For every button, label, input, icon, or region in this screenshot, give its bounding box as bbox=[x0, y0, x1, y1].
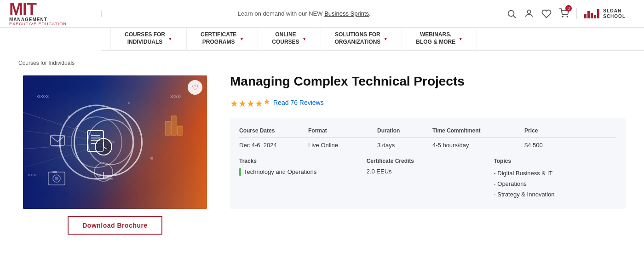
reviews-link[interactable]: Read 76 Reviews bbox=[273, 99, 324, 106]
svg-text:»»»: »»» bbox=[28, 172, 37, 178]
nav-item-courses-individuals[interactable]: COURSES FORINDIVIDUALS ▼ bbox=[110, 28, 187, 50]
announcement-text: Learn on demand with our NEW bbox=[238, 10, 325, 17]
course-image: ««« »»» »»» ♡ bbox=[23, 75, 207, 209]
topics-col: Topics - Digital Business & IT - Operati… bbox=[494, 158, 616, 200]
col-header-format: Format bbox=[308, 127, 377, 134]
svg-rect-25 bbox=[166, 121, 170, 135]
chevron-down-icon-1: ▼ bbox=[168, 36, 172, 41]
credits-label: Certificate Credits bbox=[367, 158, 489, 164]
svg-point-0 bbox=[508, 10, 514, 16]
track-item: Technology and Operations bbox=[239, 168, 362, 176]
svg-point-3 bbox=[563, 16, 564, 17]
svg-point-4 bbox=[567, 16, 568, 17]
svg-text:»»»: »»» bbox=[170, 92, 181, 100]
cell-commitment: 4-5 hours/day bbox=[432, 142, 524, 149]
star-rating: ★★★★★ bbox=[230, 97, 269, 109]
executive-text: EXECUTIVE EDUCATION bbox=[9, 22, 67, 26]
tracks-col: Tracks Technology and Operations bbox=[239, 158, 362, 200]
svg-line-1 bbox=[513, 16, 516, 18]
nav-item-online[interactable]: ONLINECOURSES ▼ bbox=[258, 28, 321, 50]
announcement-suffix: . bbox=[369, 10, 371, 17]
rating-row: ★★★★★ Read 76 Reviews bbox=[230, 97, 626, 109]
info-table-header: Course Dates Format Duration Time Commit… bbox=[239, 127, 616, 138]
nav-item-certificate[interactable]: CERTIFICATEPROGRAMS ▼ bbox=[187, 28, 258, 50]
top-bar: MIT MANAGEMENT EXECUTIVE EDUCATION Learn… bbox=[0, 0, 644, 28]
svg-point-32 bbox=[128, 102, 130, 104]
favorite-button[interactable]: ♡ bbox=[188, 80, 202, 95]
svg-line-23 bbox=[98, 175, 100, 178]
col-header-dates: Course Dates bbox=[239, 127, 308, 134]
credits-value: 2.0 EEUs bbox=[367, 168, 489, 175]
search-icon[interactable] bbox=[506, 9, 517, 19]
svg-rect-27 bbox=[178, 126, 182, 135]
sloan-bars bbox=[584, 9, 599, 18]
cell-price: $4,500 bbox=[524, 142, 570, 149]
topic-3: - Strategy & Innovation bbox=[494, 189, 616, 200]
nav-label-certificate: CERTIFICATEPROGRAMS bbox=[201, 31, 236, 46]
info-extra: Tracks Technology and Operations Certifi… bbox=[239, 158, 616, 200]
topics-list: - Digital Business & IT - Operations - S… bbox=[494, 168, 616, 200]
info-table-row: Dec 4-6, 2024 Live Online 3 days 4-5 hou… bbox=[239, 142, 616, 149]
topic-1: - Digital Business & IT bbox=[494, 168, 616, 178]
logo-area: MIT MANAGEMENT EXECUTIVE EDUCATION bbox=[9, 1, 101, 26]
nav-label-solutions: SOLUTIONS FORORGANIZATIONS bbox=[335, 31, 381, 46]
sloan-line1: SLOAN bbox=[603, 8, 626, 14]
info-table-container: Course Dates Format Duration Time Commit… bbox=[230, 118, 626, 209]
svg-rect-26 bbox=[172, 116, 176, 135]
course-title: Managing Complex Technical Projects bbox=[230, 74, 626, 89]
business-sprints-link[interactable]: Business Sprints bbox=[324, 10, 369, 17]
announcement-bar: Learn on demand with our NEW Business Sp… bbox=[101, 10, 497, 17]
sloan-bar-2 bbox=[587, 11, 590, 18]
svg-rect-37 bbox=[52, 171, 57, 173]
topics-label: Topics bbox=[494, 158, 616, 164]
sloan-bar-3 bbox=[591, 13, 593, 18]
col-header-duration: Duration bbox=[377, 127, 432, 134]
svg-text:«««: ««« bbox=[37, 92, 49, 100]
sloan-line2: SCHOOL bbox=[603, 14, 626, 19]
nav-item-webinars[interactable]: WEBINARS,BLOG & MORE ▼ bbox=[402, 28, 477, 50]
topic-2: - Operations bbox=[494, 178, 616, 189]
nav-label-online: ONLINECOURSES bbox=[272, 31, 299, 46]
credits-col: Certificate Credits 2.0 EEUs bbox=[367, 158, 489, 200]
mit-text: MIT bbox=[9, 1, 67, 17]
top-icons: 0 SLOAN SCHOOL bbox=[497, 8, 635, 19]
main-content: Courses for Individuals bbox=[0, 51, 644, 244]
chevron-down-icon-4: ▼ bbox=[383, 36, 388, 41]
chevron-down-icon-2: ▼ bbox=[239, 36, 244, 41]
track-name: Technology and Operations bbox=[244, 168, 316, 175]
track-bar bbox=[239, 168, 241, 176]
chevron-down-icon-3: ▼ bbox=[302, 36, 307, 41]
mit-logo: MIT MANAGEMENT EXECUTIVE EDUCATION bbox=[9, 1, 67, 26]
download-brochure-button[interactable]: Download Brochure bbox=[68, 216, 162, 235]
nav-label-courses-individuals: COURSES FORINDIVIDUALS bbox=[125, 31, 165, 46]
cell-dates: Dec 4-6, 2024 bbox=[239, 142, 308, 149]
nav-item-solutions[interactable]: SOLUTIONS FORORGANIZATIONS ▼ bbox=[321, 28, 402, 50]
col-header-price: Price bbox=[524, 127, 570, 134]
svg-point-31 bbox=[68, 115, 70, 118]
breadcrumb: Courses for Individuals bbox=[18, 60, 75, 66]
chevron-down-icon-5: ▼ bbox=[458, 36, 463, 41]
svg-rect-19 bbox=[51, 135, 64, 145]
svg-point-33 bbox=[150, 157, 153, 160]
svg-point-36 bbox=[55, 177, 58, 180]
cart-badge: 0 bbox=[565, 5, 572, 12]
user-icon[interactable] bbox=[524, 9, 534, 19]
tracks-label: Tracks bbox=[239, 158, 362, 164]
svg-point-2 bbox=[528, 10, 531, 13]
right-panel: Managing Complex Technical Projects ★★★★… bbox=[230, 60, 626, 235]
sloan-bar-1 bbox=[584, 14, 586, 18]
sloan-text: SLOAN SCHOOL bbox=[603, 8, 626, 19]
heart-icon[interactable] bbox=[541, 9, 552, 19]
left-panel: Courses for Individuals bbox=[18, 60, 212, 235]
course-image-svg: ««« »»» »»» bbox=[23, 75, 207, 209]
sloan-bar-5 bbox=[597, 9, 599, 18]
sloan-logo: SLOAN SCHOOL bbox=[576, 8, 626, 19]
sloan-bar-4 bbox=[594, 15, 596, 18]
cell-format: Live Online bbox=[308, 142, 377, 149]
nav-label-webinars: WEBINARS,BLOG & MORE bbox=[416, 31, 455, 46]
course-image-wrapper: ««« »»» »»» ♡ bbox=[23, 75, 207, 209]
col-header-commitment: Time Commitment bbox=[432, 127, 524, 134]
cell-duration: 3 days bbox=[377, 142, 432, 149]
nav-bar: COURSES FORINDIVIDUALS ▼ CERTIFICATEPROG… bbox=[101, 28, 644, 51]
cart-wrapper[interactable]: 0 bbox=[559, 8, 569, 19]
